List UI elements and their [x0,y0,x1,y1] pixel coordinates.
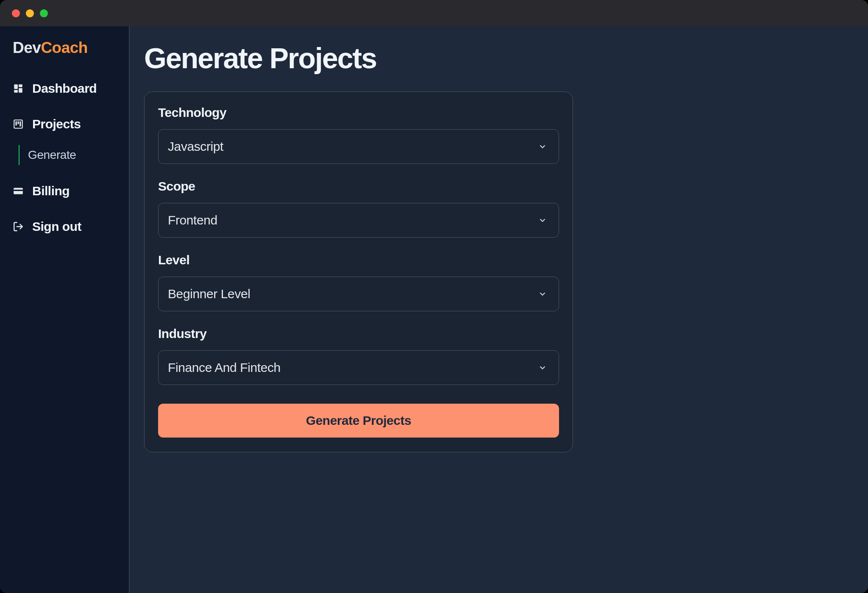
kanban-icon [13,119,24,130]
window-zoom-icon[interactable] [40,9,48,17]
sidebar-item-dashboard[interactable]: Dashboard [13,79,116,98]
field-level: Level Beginner Level [158,253,559,311]
dashboard-icon [13,83,24,94]
window-close-icon[interactable] [12,9,20,17]
window-minimize-icon[interactable] [26,9,34,17]
industry-select-value: Finance And Fintech [168,360,281,375]
svg-rect-3 [14,90,18,93]
sidebar-item-signout[interactable]: Sign out [13,217,116,236]
industry-select[interactable]: Finance And Fintech [158,350,559,385]
signout-icon [13,221,24,232]
sidebar-item-label: Sign out [32,219,81,234]
scope-select[interactable]: Frontend [158,203,559,238]
subnav-indicator [19,145,19,165]
technology-select-value: Javascript [168,139,223,154]
level-select-value: Beginner Level [168,287,250,301]
chevron-down-icon [537,363,548,373]
brand-logo: DevCoach [13,39,116,57]
sidebar-item-label: Billing [32,184,70,198]
svg-rect-1 [19,84,22,87]
svg-rect-2 [19,88,22,93]
main-content: Generate Projects Technology Javascript … [130,26,868,593]
sidebar-item-label: Dashboard [32,81,97,96]
generate-projects-button[interactable]: Generate Projects [158,404,559,438]
sidebar-item-billing[interactable]: Billing [13,181,116,201]
field-technology: Technology Javascript [158,105,559,164]
svg-rect-0 [14,84,18,89]
billing-icon [13,186,24,197]
sidebar-subitem-label: Generate [28,148,76,161]
field-scope: Scope Frontend [158,179,559,238]
brand-post: Coach [41,39,88,56]
level-label: Level [158,253,559,267]
chevron-down-icon [537,289,548,299]
industry-label: Industry [158,327,559,341]
window-titlebar [0,0,868,26]
svg-rect-6 [17,122,19,125]
generate-projects-button-label: Generate Projects [306,413,411,427]
technology-select[interactable]: Javascript [158,129,559,164]
level-select[interactable]: Beginner Level [158,277,559,311]
sidebar-item-label: Projects [32,117,81,131]
brand-pre: Dev [13,39,41,56]
sidebar-subnav-projects: Generate [13,145,116,165]
chevron-down-icon [537,141,548,152]
sidebar-subitem-generate[interactable]: Generate [28,145,76,165]
svg-rect-7 [19,122,21,127]
scope-select-value: Frontend [168,213,217,227]
field-industry: Industry Finance And Fintech [158,327,559,385]
technology-label: Technology [158,105,559,120]
sidebar: DevCoach Dashboard [0,26,130,593]
generate-form-card: Technology Javascript Scope Frontend [144,91,573,452]
svg-rect-5 [16,122,17,126]
sidebar-item-projects[interactable]: Projects [13,114,116,134]
scope-label: Scope [158,179,559,194]
app-window: DevCoach Dashboard [0,0,868,593]
chevron-down-icon [537,215,548,225]
svg-rect-9 [14,190,23,191]
page-title: Generate Projects [144,42,854,75]
sidebar-nav: Dashboard Projects Generate [13,79,116,236]
